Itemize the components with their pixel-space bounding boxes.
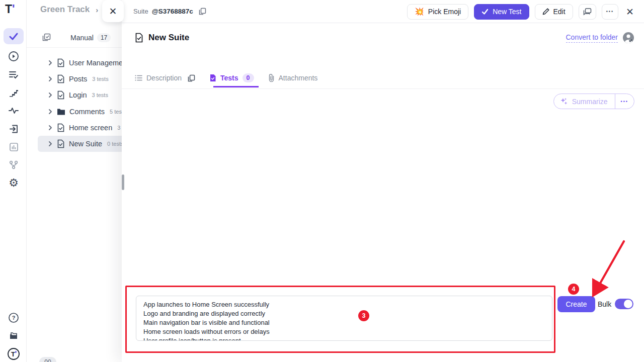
bulk-toggle[interactable] bbox=[615, 299, 633, 309]
more-button[interactable]: ••• bbox=[602, 4, 618, 20]
suite-doc-icon bbox=[135, 33, 143, 43]
rail-import-icon[interactable] bbox=[4, 121, 24, 137]
active-tab-underline bbox=[213, 86, 259, 87]
chat-icon bbox=[583, 8, 592, 16]
tab-description-label: Description bbox=[146, 74, 182, 82]
chevron-right-icon[interactable] bbox=[48, 109, 53, 114]
person-icon bbox=[623, 32, 634, 43]
tree-label: User Management bbox=[69, 59, 129, 67]
tree-label: Posts bbox=[69, 75, 87, 83]
tree-scrollbar-thumb[interactable] bbox=[122, 174, 124, 190]
app-logo-icon[interactable]: T' bbox=[5, 3, 15, 16]
rail-steps-icon[interactable] bbox=[4, 84, 24, 101]
folder-icon bbox=[57, 108, 65, 116]
tab-description[interactable]: Description bbox=[135, 70, 195, 85]
rail-tests-icon[interactable] bbox=[4, 28, 24, 44]
suite-id-label: Suite bbox=[133, 8, 148, 15]
suite-header: New Suite Convert to folder bbox=[135, 30, 634, 45]
rail-pulse-icon[interactable] bbox=[4, 103, 24, 119]
tree-label: Comments bbox=[69, 108, 105, 116]
copy-icon[interactable] bbox=[188, 74, 195, 82]
rail-branches-icon[interactable] bbox=[4, 157, 24, 173]
pick-emoji-button[interactable]: 💥 Pick Emoji bbox=[407, 4, 468, 20]
list-icon bbox=[135, 74, 142, 81]
panel-close-button[interactable]: ✕ bbox=[102, 0, 124, 22]
sparkles-icon bbox=[560, 98, 568, 106]
suite-doc-icon bbox=[57, 74, 65, 83]
edit-button[interactable]: Edit bbox=[535, 4, 573, 20]
tabs-separator bbox=[122, 88, 644, 89]
svg-text:?: ? bbox=[12, 315, 16, 321]
check-icon bbox=[481, 8, 489, 15]
summarize-split-button: Summarize ••• bbox=[553, 94, 634, 109]
bulk-tests-textarea[interactable]: App launches to Home Screen successfully… bbox=[136, 296, 552, 341]
rail-help-icon[interactable]: ? bbox=[4, 310, 24, 326]
chevron-right-icon[interactable] bbox=[48, 60, 53, 65]
close-icon: ✕ bbox=[109, 6, 117, 17]
edit-label: Edit bbox=[553, 8, 566, 16]
suite-doc-icon bbox=[57, 123, 65, 132]
convert-to-folder-link[interactable]: Convert to folder bbox=[566, 33, 618, 43]
page-title: New Suite bbox=[148, 33, 189, 43]
tree-count: 0 tests bbox=[107, 141, 123, 147]
suite-detail-tabs: Description Tests 0 Attachments bbox=[135, 70, 317, 85]
annotation-step-3: 3 bbox=[358, 310, 369, 321]
summarize-button[interactable]: Summarize bbox=[554, 94, 615, 109]
chevron-right-icon[interactable] bbox=[48, 76, 53, 81]
toggle-knob bbox=[624, 300, 632, 308]
summarize-label: Summarize bbox=[572, 98, 608, 106]
new-test-label: New Test bbox=[493, 8, 521, 16]
tests-count-badge: 0 bbox=[243, 73, 254, 82]
rail-test-plans-icon[interactable] bbox=[4, 66, 24, 82]
chevron-right-icon: › bbox=[96, 6, 98, 14]
rail-projects-icon[interactable] bbox=[4, 328, 24, 344]
tree-count: 3 tests bbox=[92, 76, 108, 82]
suite-doc-icon bbox=[57, 90, 65, 100]
tree-label: Home screen bbox=[69, 124, 112, 132]
suite-detail-panel: Suite @S3768887c 💥 Pick Emoji New Test E… bbox=[122, 0, 644, 362]
tab-tests[interactable]: Tests 0 bbox=[209, 70, 254, 85]
new-test-button[interactable]: New Test bbox=[474, 4, 529, 20]
tab-manual-label: Manual bbox=[70, 34, 94, 42]
rail-settings-icon[interactable]: ⚙ bbox=[4, 175, 24, 191]
suite-topbar: Suite @S3768887c 💥 Pick Emoji New Test E… bbox=[122, 0, 644, 23]
ellipsis-icon: ••• bbox=[606, 9, 614, 14]
shortcut-badge: 00 bbox=[39, 357, 56, 362]
tab-tests-label: Tests bbox=[220, 74, 238, 82]
chevron-right-icon[interactable] bbox=[48, 141, 53, 146]
breadcrumb-project[interactable]: Green Track bbox=[40, 5, 90, 15]
suite-doc-icon bbox=[57, 139, 65, 148]
pick-emoji-label: Pick Emoji bbox=[428, 8, 461, 16]
create-button[interactable]: Create bbox=[557, 296, 595, 312]
tree-label: Login bbox=[69, 91, 87, 99]
tree-label: New Suite bbox=[69, 140, 102, 148]
avatar[interactable] bbox=[623, 32, 634, 43]
emoji-icon: 💥 bbox=[415, 7, 424, 16]
suite-id-value: @S3768887c bbox=[152, 8, 193, 15]
manual-count-badge: 17 bbox=[97, 33, 111, 42]
close-suite-icon[interactable]: ✕ bbox=[624, 6, 636, 18]
suite-doc-icon bbox=[57, 58, 65, 67]
svg-text:T: T bbox=[11, 350, 15, 358]
breadcrumb: Green Track › bbox=[40, 5, 98, 15]
rail-runs-icon[interactable] bbox=[4, 48, 24, 64]
tab-attachments[interactable]: Attachments bbox=[268, 70, 318, 85]
rail-analytics-icon[interactable] bbox=[4, 139, 24, 155]
paperclip-icon bbox=[268, 74, 275, 82]
comments-button[interactable] bbox=[579, 4, 596, 20]
tab-manual[interactable]: Manual 17 bbox=[70, 33, 111, 42]
suite-doc-icon bbox=[209, 74, 216, 82]
select-all-icon[interactable] bbox=[42, 33, 51, 42]
tree-count: 3 tests bbox=[92, 92, 108, 98]
chevron-right-icon[interactable] bbox=[48, 125, 53, 130]
bulk-label: Bulk bbox=[598, 300, 611, 308]
chevron-right-icon[interactable] bbox=[48, 93, 53, 98]
app-rail: T' ⚙ ? T bbox=[0, 0, 27, 362]
pencil-icon bbox=[542, 8, 549, 15]
ellipsis-icon: ••• bbox=[621, 99, 628, 104]
summarize-more-button[interactable]: ••• bbox=[615, 94, 634, 109]
copy-icon[interactable] bbox=[199, 8, 206, 15]
rail-profile-icon[interactable]: T bbox=[4, 346, 24, 362]
tab-attachments-label: Attachments bbox=[279, 74, 318, 82]
annotation-step-4: 4 bbox=[568, 284, 579, 295]
